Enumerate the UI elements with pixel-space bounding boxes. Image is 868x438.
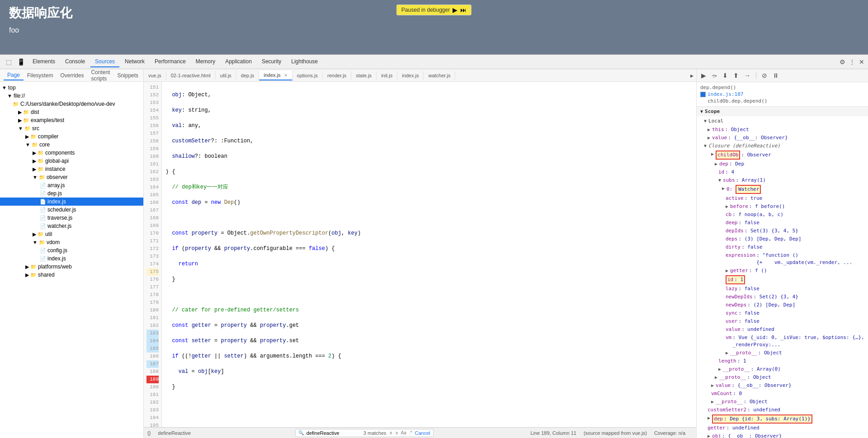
scope-watcher[interactable]: ▶ 0: Watcher <box>697 184 868 194</box>
settings-icon[interactable]: ⚙ <box>840 58 845 66</box>
tree-array-js[interactable]: 📄array.js <box>0 181 143 189</box>
scope-icon[interactable]: {} <box>147 430 151 436</box>
case-sensitive-icon[interactable]: Aa <box>401 430 406 435</box>
tree-watcher-js[interactable]: 📄watcher.js <box>0 222 143 230</box>
find-input[interactable] <box>307 430 361 436</box>
tab-memory[interactable]: Memory <box>191 57 220 67</box>
scope-new-deps: newDeps: (2) [Dep, Dep] <box>697 301 868 309</box>
tree-config-js[interactable]: 📄config.js <box>0 246 143 254</box>
pause-on-exceptions-button[interactable]: ⏸ <box>771 71 781 80</box>
tree-global-api[interactable]: ▶📁global-api <box>0 157 143 165</box>
scope-before[interactable]: ▶before: f before() <box>697 203 868 211</box>
tree-platforms[interactable]: ▶📁platforms/web <box>0 263 143 271</box>
device-toolbar-icon[interactable]: 📱 <box>15 57 27 67</box>
file-tab-render[interactable]: render.js <box>323 71 351 80</box>
find-next-icon[interactable]: ∨ <box>395 430 398 435</box>
file-tab-dep[interactable]: dep.js <box>236 71 259 80</box>
tree-instance[interactable]: ▶📁instance <box>0 165 143 173</box>
file-tab-index2[interactable]: index.js <box>397 71 424 80</box>
scope-proto2[interactable]: ▶__proto__: Array(0) <box>697 365 868 373</box>
scope-depids: depIds: Set(3) {3, 4, 5} <box>697 227 868 235</box>
step-out-button[interactable]: ⬆ <box>731 71 741 80</box>
tree-core[interactable]: ▼📁core <box>0 141 143 149</box>
step-button[interactable]: → <box>742 71 752 80</box>
find-prev-icon[interactable]: ∧ <box>389 430 392 435</box>
tree-traverse-js[interactable]: 📄traverse.js <box>0 214 143 222</box>
scope-value-ob[interactable]: ▶value: {__ob__: Observer} <box>697 381 868 390</box>
file-tab-state[interactable]: state.js <box>351 71 377 80</box>
scope-dep2[interactable]: ▶ dep: Dep {id: 3, subs: Array(1)} <box>697 414 868 424</box>
tab-close-icon[interactable]: ✕ <box>284 73 288 78</box>
file-tab-watcher[interactable]: watcher.js <box>424 71 455 80</box>
subtab-snippets[interactable]: Snippets <box>113 71 142 80</box>
closure-header[interactable]: ▼Closure (defineReactive) <box>697 142 868 150</box>
subtab-page[interactable]: Page <box>4 71 24 80</box>
tree-compiler[interactable]: ▶📁compiler <box>0 132 143 141</box>
tree-file-protocol[interactable]: ▼file:// <box>0 92 143 100</box>
step-over-debug-button[interactable]: ⏭ <box>460 6 467 14</box>
tree-vdom[interactable]: ▼📁vdom <box>0 238 143 246</box>
tree-dep-js[interactable]: 📄dep.js <box>0 189 143 198</box>
scope-watcher-id: id: 1 <box>697 275 868 285</box>
tree-scheduler-js[interactable]: 📄scheduler.js <box>0 206 143 214</box>
tree-index-js[interactable]: 📄index.js <box>0 198 143 206</box>
call-stack-dep-depend[interactable]: dep.depend() <box>700 84 864 91</box>
tree-index2-js[interactable]: 📄index.js <box>0 254 143 263</box>
step-over-button[interactable]: ⤼ <box>710 71 719 80</box>
tree-dist[interactable]: ▶📁dist <box>0 108 143 116</box>
scope-dep[interactable]: ▶dep: Dep <box>697 160 868 168</box>
file-tab-options[interactable]: options.js <box>292 71 323 80</box>
file-tab-index[interactable]: index.js ✕ <box>259 71 292 80</box>
subtab-overrides[interactable]: Overrides <box>57 71 87 80</box>
close-devtools-icon[interactable]: ✕ <box>859 58 864 66</box>
tab-performance[interactable]: Performance <box>150 57 190 67</box>
tab-lighthouse[interactable]: Lighthouse <box>287 57 322 67</box>
scope-subs[interactable]: ▼subs: Array(1) <box>697 176 868 184</box>
scope-this[interactable]: ▶this: Object <box>697 126 868 134</box>
tree-shared[interactable]: ▶📁shared <box>0 271 143 279</box>
scope-obj[interactable]: ▶obj: {__ob__: Observer} <box>697 432 868 438</box>
tree-util[interactable]: ▶📁util <box>0 230 143 238</box>
regex-icon[interactable]: .* <box>409 430 412 435</box>
find-cancel-button[interactable]: Cancel <box>415 430 430 436</box>
tree-src[interactable]: ▼📁src <box>0 124 143 132</box>
local-header[interactable]: ▼Local <box>697 116 868 126</box>
scope-getter[interactable]: ▶getter: f () <box>697 267 868 275</box>
subtab-filesystem[interactable]: Filesystem <box>24 71 57 80</box>
more-options-icon[interactable]: ⋮ <box>849 58 855 66</box>
line-numbers: 151152153154155 156157158159160 16116216… <box>144 82 162 427</box>
file-tab-init[interactable]: init.js <box>377 71 397 80</box>
file-tabs-nav-icon[interactable]: ▸ <box>688 72 696 79</box>
tree-observer[interactable]: ▼📁observer <box>0 173 143 181</box>
subtab-content-scripts[interactable]: Content scripts <box>87 69 113 83</box>
scope-value[interactable]: ▶value: {__ob__: Observer} <box>697 134 868 142</box>
code-content[interactable]: obj: Object, key: string, val: any, cust… <box>162 82 696 427</box>
inspect-icon[interactable]: ⬚ <box>4 57 14 67</box>
scope-header[interactable]: ▼Scope <box>697 107 868 116</box>
tree-top[interactable]: ▼top <box>0 84 143 92</box>
tab-console[interactable]: Console <box>61 57 90 67</box>
tab-sources[interactable]: Sources <box>90 57 119 67</box>
call-stack-child-dep[interactable]: childOb.dep.depend() <box>700 98 864 104</box>
tree-components[interactable]: ▶📁components <box>0 149 143 157</box>
file-tab-vue[interactable]: vue.js <box>144 71 166 80</box>
resume-execution-button[interactable]: ▶ <box>699 71 708 80</box>
call-dep-depend-text: dep.depend() <box>700 85 736 90</box>
tab-elements[interactable]: Elements <box>28 57 60 67</box>
scope-proto3[interactable]: ▶__proto__: Object <box>697 373 868 381</box>
scope-proto4[interactable]: ▶__proto__: Object <box>697 398 868 406</box>
resume-button[interactable]: ▶ <box>453 6 458 14</box>
scope-dep-id[interactable]: id: 4 <box>697 168 868 176</box>
tab-network[interactable]: Network <box>120 57 149 67</box>
tab-application[interactable]: Application <box>221 57 256 67</box>
scope-proto[interactable]: ▶__proto__: Object <box>697 349 868 357</box>
deactivate-breakpoints-button[interactable]: ⊘ <box>760 71 769 80</box>
file-tab-util[interactable]: util.js <box>216 71 236 80</box>
step-into-button[interactable]: ⬇ <box>721 71 730 80</box>
call-stack-index187[interactable]: index.js:187 <box>700 91 864 98</box>
tab-security[interactable]: Security <box>257 57 286 67</box>
tree-vue-dev[interactable]: 📁C:/Users/danke/Desktop/demo/vue-dev <box>0 100 143 108</box>
tree-examples[interactable]: ▶📁examples/test <box>0 116 143 124</box>
scope-childob[interactable]: ▶ childOb: Observer <box>697 150 868 160</box>
file-tab-reactive-html[interactable]: 02-1-reactive.html <box>166 71 216 80</box>
